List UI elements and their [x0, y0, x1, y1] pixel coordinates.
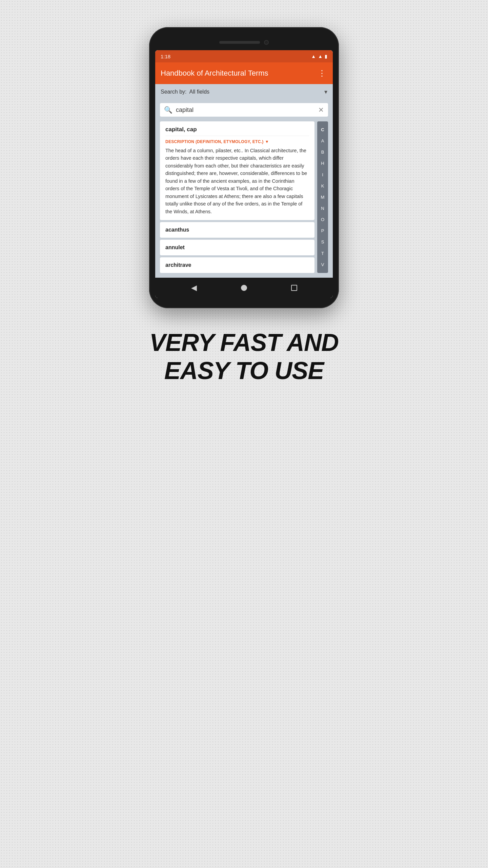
status-time: 1:18 — [161, 54, 170, 59]
battery-icon: ▮ — [325, 54, 327, 59]
bottom-tagline: VERY FAST AND EASY TO USE — [149, 329, 339, 405]
results-list: capital, cap DESCRIPTION (DEFINITION, ET… — [160, 121, 314, 273]
search-by-row[interactable]: Search by: All fields ▾ — [155, 84, 333, 100]
overflow-menu-icon[interactable]: ⋮ — [317, 67, 327, 79]
result-card-acanthus[interactable]: acanthus — [160, 222, 314, 238]
wifi-icon: ▲ — [311, 54, 316, 59]
main-result-term: capital, cap — [165, 126, 309, 136]
alpha-K[interactable]: K — [321, 182, 324, 190]
phone-top-bar — [155, 37, 333, 47]
alpha-N[interactable]: N — [321, 204, 324, 212]
result-term-acanthus: acanthus — [165, 227, 189, 233]
app-bar: Handbook of Architectural Terms ⋮ — [155, 62, 333, 84]
back-button[interactable]: ◀ — [188, 282, 199, 293]
alpha-A[interactable]: A — [321, 137, 324, 145]
alpha-T[interactable]: T — [321, 250, 324, 257]
home-icon — [241, 285, 247, 291]
chevron-down-icon[interactable]: ▾ — [324, 88, 327, 96]
alpha-M[interactable]: M — [321, 193, 325, 201]
section-arrow-icon: ▼ — [265, 139, 269, 144]
alpha-V[interactable]: V — [321, 261, 324, 269]
search-input[interactable]: capital — [176, 106, 315, 114]
status-bar: 1:18 ▲ ▲ ▮ — [155, 50, 333, 62]
phone-screen: 1:18 ▲ ▲ ▮ Handbook of Architectural Ter… — [155, 50, 333, 298]
result-description: The head of a column, pilaster, etc.. In… — [165, 147, 309, 215]
home-button[interactable] — [239, 282, 249, 293]
section-label-text: DESCRIPTION (DEFINITION, ETYMOLOGY, ETC.… — [165, 139, 264, 144]
alpha-S[interactable]: S — [321, 238, 324, 246]
back-icon: ◀ — [191, 283, 197, 292]
recents-button[interactable] — [289, 282, 300, 293]
phone-shell: 1:18 ▲ ▲ ▮ Handbook of Architectural Ter… — [149, 27, 339, 308]
result-term-annulet: annulet — [165, 244, 185, 250]
result-card-annulet[interactable]: annulet — [160, 240, 314, 255]
tagline-line2: EASY TO USE — [149, 357, 339, 385]
result-card-architrave[interactable]: architrave — [160, 257, 314, 273]
phone-camera — [264, 40, 269, 45]
alpha-P[interactable]: P — [321, 227, 324, 235]
alpha-O[interactable]: O — [321, 216, 324, 223]
alpha-I[interactable]: I — [322, 171, 323, 179]
search-by-value: All fields — [189, 89, 322, 95]
app-title: Handbook of Architectural Terms — [161, 69, 317, 78]
recents-icon — [291, 285, 297, 291]
status-icons: ▲ ▲ ▮ — [311, 54, 327, 59]
alpha-C[interactable]: C — [321, 126, 324, 134]
clear-icon[interactable]: ✕ — [318, 106, 324, 114]
alpha-H[interactable]: H — [321, 159, 324, 167]
search-input-area: 🔍 capital ✕ — [155, 100, 333, 121]
bottom-nav: ◀ — [155, 278, 333, 298]
search-icon: 🔍 — [164, 106, 172, 114]
search-input-wrapper[interactable]: 🔍 capital ✕ — [160, 103, 328, 117]
phone-speaker — [219, 41, 260, 44]
tagline-line1: VERY FAST AND — [149, 329, 339, 357]
alpha-B[interactable]: B — [321, 148, 324, 156]
result-section-label[interactable]: DESCRIPTION (DEFINITION, ETYMOLOGY, ETC.… — [165, 139, 309, 144]
result-term-architrave: architrave — [165, 262, 191, 268]
search-by-label: Search by: — [161, 89, 186, 95]
alphabet-sidebar: C A B H I K M N O P S T V — [317, 121, 328, 273]
main-result-card[interactable]: capital, cap DESCRIPTION (DEFINITION, ET… — [160, 121, 314, 220]
signal-icon: ▲ — [318, 54, 323, 59]
results-area: capital, cap DESCRIPTION (DEFINITION, ET… — [155, 121, 333, 278]
